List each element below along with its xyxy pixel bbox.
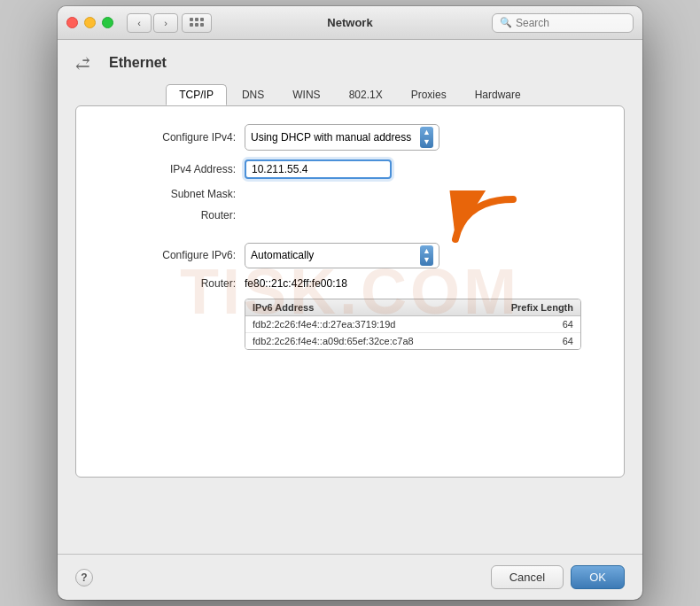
window-title: Network [327,16,372,29]
ethernet-icon: ⥄ [75,54,104,72]
ipv6-table-spacer-label [103,299,245,302]
tab-dns[interactable]: DNS [229,84,277,105]
search-icon: 🔍 [500,17,512,28]
router-row: Router: [103,209,597,221]
ipv6-addr-1: fdb2:2c26:f4e4::a09d:65ef:32ce:c7a8 [253,336,494,346]
ipv6-prefix-0: 64 [494,319,573,330]
bottom-bar: ? Cancel OK [58,554,642,600]
configure-ipv4-row: Configure IPv4: Using DHCP with manual a… [103,124,597,151]
tab-tcpip[interactable]: TCP/IP [166,84,227,105]
router6-value: fe80::21c:42ff:fe00:18 [245,277,347,290]
ipv6-table-row: IPv6 Address Prefix Length fdb2:2c26:f4e… [103,299,597,350]
settings-panel: TISK.COM Configure IPv4: Using DH [75,105,625,478]
ipv6-col-address-header: IPv6 Address [253,302,494,313]
ipv6-dropdown-arrows-icon: ▲ ▼ [420,245,433,267]
navigation-arrows: ‹ › [127,13,178,33]
close-button[interactable] [66,17,78,28]
subnet-mask-row: Subnet Mask: [103,188,597,200]
tab-8021x[interactable]: 802.1X [336,84,396,105]
ipv4-address-input[interactable] [245,159,392,179]
titlebar: ‹ › Network 🔍 [58,6,642,40]
search-input[interactable] [516,17,626,29]
configure-ipv4-value: Using DHCP with manual address [251,131,415,144]
grid-icon [190,18,205,27]
configure-ipv6-value: Automatically [251,249,415,261]
ipv6-table: IPv6 Address Prefix Length fdb2:2c26:f4e… [245,299,581,350]
router-label: Router: [103,209,245,221]
window-controls [66,17,113,28]
dropdown-arrows-icon: ▲ ▼ [420,127,433,148]
ipv6-row-1: fdb2:2c26:f4e4::a09d:65ef:32ce:c7a8 64 [245,333,580,349]
maximize-button[interactable] [102,17,113,28]
back-button[interactable]: ‹ [127,13,152,33]
forward-button[interactable]: › [153,13,178,33]
content-area: ⥄ Ethernet TCP/IP DNS WINS 802.1X Proxie… [58,40,642,554]
ipv4-address-label: IPv4 Address: [103,163,245,175]
cancel-button[interactable]: Cancel [491,565,564,589]
ok-button[interactable]: OK [571,565,625,589]
grid-button[interactable] [182,13,212,33]
router6-row: Router: fe80::21c:42ff:fe00:18 [103,277,597,290]
breadcrumb-title: Ethernet [109,55,167,71]
configure-ipv4-label: Configure IPv4: [103,131,245,144]
ipv6-row-0: fdb2:2c26:f4e4::d:27ea:3719:19d 64 [245,316,580,333]
tab-bar: TCP/IP DNS WINS 802.1X Proxies Hardware [75,84,625,105]
ipv6-table-header: IPv6 Address Prefix Length [245,299,580,316]
router6-label: Router: [103,277,245,290]
subnet-mask-label: Subnet Mask: [103,188,245,200]
configure-ipv6-row: Configure IPv6: Automatically ▲ ▼ [103,243,597,269]
minimize-button[interactable] [84,17,96,28]
window: ‹ › Network 🔍 ⥄ Ethernet TCP/IP DNS W [58,6,642,600]
help-button[interactable]: ? [75,569,93,587]
ipv6-addr-0: fdb2:2c26:f4e4::d:27ea:3719:19d [253,319,494,330]
configure-ipv6-dropdown[interactable]: Automatically ▲ ▼ [245,243,439,269]
configure-ipv4-dropdown[interactable]: Using DHCP with manual address ▲ ▼ [245,124,439,151]
ipv4-address-row: IPv4 Address: [103,159,597,179]
ipv6-prefix-1: 64 [494,336,573,346]
tab-hardware[interactable]: Hardware [462,84,534,105]
breadcrumb: ⥄ Ethernet [75,54,625,72]
search-box[interactable]: 🔍 [492,13,634,33]
tab-proxies[interactable]: Proxies [398,84,460,105]
ipv6-col-prefix-header: Prefix Length [494,302,573,313]
configure-ipv6-label: Configure IPv6: [103,249,245,261]
tab-wins[interactable]: WINS [279,84,333,105]
